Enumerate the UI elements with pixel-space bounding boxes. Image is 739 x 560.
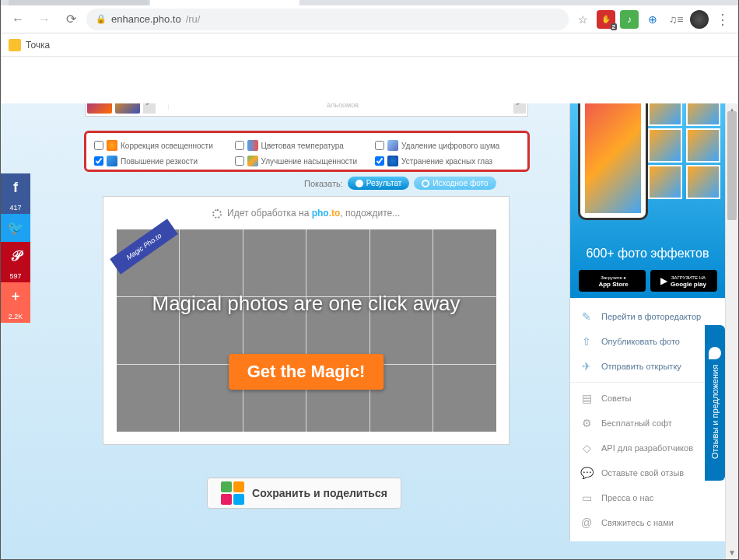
get-magic-button[interactable]: Get the Magic!	[229, 354, 384, 390]
opt-label: Удаление цифрового шума	[401, 142, 499, 150]
share-icon	[221, 481, 232, 492]
reload-button[interactable]: ⟳	[60, 9, 82, 30]
thumb-next-icon[interactable]: ▶	[513, 103, 526, 114]
appstore-button[interactable]: Загрузите вApp Store	[579, 270, 646, 292]
bookmark-star-icon[interactable]: ☆	[573, 10, 592, 29]
scroll-down-icon[interactable]: ▼	[726, 546, 738, 559]
doc-icon: ▤	[580, 391, 594, 405]
view-toggle-row: Показать: Результат Исходное фото	[304, 177, 496, 190]
eye-icon	[387, 156, 398, 166]
link-postcard[interactable]: ✈Отправить открытку	[570, 354, 725, 379]
facebook-count: 417	[1, 201, 30, 214]
thumbnail-tray: ▶ Сюда вы сможете временно добавить резу…	[85, 103, 528, 117]
sharpen-icon	[107, 156, 117, 166]
result-toggle[interactable]: Результат	[348, 177, 409, 190]
chat-icon: ◇	[580, 441, 594, 455]
tab-lumpics[interactable]: Lumpics.ru ×	[9, 0, 149, 5]
share-icon	[233, 494, 244, 505]
right-sidebar: 600+ фото эффектов Загрузите вApp Store …	[569, 103, 725, 541]
browser-menu-icon[interactable]: ⋮	[713, 10, 732, 29]
bookmark-item[interactable]: Точка	[26, 40, 50, 51]
checkbox[interactable]	[375, 141, 384, 150]
link-contact[interactable]: @Свяжитесь с нами	[570, 510, 725, 535]
link-label: Опубликовать фото	[601, 337, 680, 346]
link-feedback[interactable]: 💬Оставьте свой отзыв	[570, 460, 725, 485]
gear-icon: ⚙	[580, 416, 594, 430]
checkbox[interactable]	[235, 156, 244, 166]
googleplay-button[interactable]: ▶ЗАГРУЗИТЕ НАGoogle play	[650, 270, 717, 292]
opt-sharpen[interactable]: Повышение резкости	[94, 153, 235, 169]
opt-redeye[interactable]: Устранение красных глаз	[375, 153, 516, 169]
promo-title: 600+ фото эффектов	[570, 247, 725, 261]
thumb-image[interactable]	[87, 103, 112, 114]
sidebar-links: ✎Перейти в фоторедактор ⇧Опубликовать фо…	[570, 298, 725, 541]
back-button[interactable]: ←	[7, 9, 29, 30]
opt-label: Улучшение насыщенности	[261, 157, 357, 166]
link-editor[interactable]: ✎Перейти в фоторедактор	[570, 304, 725, 329]
link-publish[interactable]: ⇧Опубликовать фото	[570, 329, 725, 354]
comment-icon: 💬	[580, 466, 594, 480]
link-software[interactable]: ⚙Бесплатный софт	[570, 411, 725, 436]
link-press[interactable]: ▭Пресса о нас	[570, 485, 725, 510]
checkbox[interactable]	[235, 141, 244, 150]
adblock-icon[interactable]: ✋2	[597, 10, 615, 29]
opt-label: Устранение красных глаз	[401, 157, 492, 166]
facebook-share[interactable]: f	[1, 173, 30, 201]
promo-collage[interactable]: Magic Pho.to Magical photos are one clic…	[117, 229, 496, 432]
send-icon: ✈	[580, 359, 594, 373]
radio-dot-icon	[355, 180, 363, 187]
twitter-share[interactable]: 🐦	[1, 214, 30, 242]
address-bar[interactable]: 🔒 enhance.pho.to/ru/	[86, 9, 569, 30]
link-api[interactable]: ◇API для разработчиков	[570, 436, 725, 460]
opt-saturation[interactable]: Улучшение насыщенности	[235, 153, 376, 169]
addthis-share[interactable]: +	[1, 282, 30, 310]
forward-button[interactable]: →	[33, 9, 55, 30]
play-icon: ▶	[660, 275, 667, 286]
noise-icon	[387, 140, 398, 151]
link-tips[interactable]: ▤Советы	[570, 386, 725, 411]
save-label: Сохранить и поделиться	[252, 487, 387, 499]
link-label: Отправить открытку	[601, 362, 681, 371]
loading-post: , подождите...	[340, 208, 400, 219]
url-domain: enhance.pho.to	[111, 13, 181, 25]
browser-toolbar: ← → ⟳ 🔒 enhance.pho.to/ru/ ☆ ✋2 ♪ ⊕ ♫≡ ⋮	[1, 5, 738, 33]
thumb-next-icon[interactable]: ▶	[143, 103, 156, 114]
thumb-image[interactable]	[115, 103, 140, 114]
thumb-info-text: Сюда вы сможете временно добавить резуль…	[168, 103, 510, 110]
link-label: Перейти в фоторедактор	[601, 312, 701, 321]
share-icon	[221, 494, 232, 505]
globe-extension-icon[interactable]: ⊕	[643, 10, 662, 29]
sun-icon	[107, 140, 117, 151]
spinner-icon	[212, 209, 222, 219]
opt-denoise[interactable]: Удаление цифрового шума	[375, 138, 516, 153]
saturation-icon	[247, 156, 258, 166]
store-buttons: Загрузите вApp Store ▶ЗАГРУЗИТЕ НАGoogle…	[570, 270, 725, 292]
bookmarks-bar: Точка	[1, 33, 738, 57]
pinterest-share[interactable]: 𝒫	[1, 242, 30, 270]
link-label: Пресса о нас	[601, 493, 653, 502]
checkbox[interactable]	[94, 141, 103, 150]
show-label: Показать:	[304, 179, 343, 188]
tab-photo[interactable]: https://enhance.pho.to/ru/ ×	[150, 0, 299, 5]
share-icons	[221, 481, 244, 505]
divider	[570, 382, 725, 383]
scroll-thumb[interactable]	[727, 111, 737, 220]
opt-temperature[interactable]: Цветовая температура	[235, 138, 376, 153]
new-tab-button[interactable]: +	[301, 0, 323, 5]
speech-bubble-icon	[709, 347, 721, 359]
feedback-label: Отзывы и предложения	[710, 364, 720, 458]
checkbox[interactable]	[94, 156, 103, 166]
lock-icon: 🔒	[96, 14, 107, 24]
checkbox[interactable]	[375, 156, 384, 166]
save-share-button[interactable]: Сохранить и поделиться	[207, 478, 401, 509]
opt-lighting[interactable]: Коррекция освещенности	[94, 138, 235, 153]
effects-grid	[648, 103, 722, 199]
vertical-scrollbar[interactable]: ▲ ▼	[725, 103, 738, 559]
social-share-bar: f 417 🐦 𝒫 597 + 2.2K	[1, 173, 30, 323]
media-list-icon[interactable]: ♫≡	[667, 10, 685, 29]
url-path: /ru/	[186, 13, 201, 25]
source-toggle[interactable]: Исходное фото	[414, 177, 496, 190]
profile-avatar[interactable]	[690, 10, 709, 29]
music-extension-icon[interactable]: ♪	[620, 10, 639, 29]
feedback-tab[interactable]: Отзывы и предложения	[705, 325, 725, 481]
